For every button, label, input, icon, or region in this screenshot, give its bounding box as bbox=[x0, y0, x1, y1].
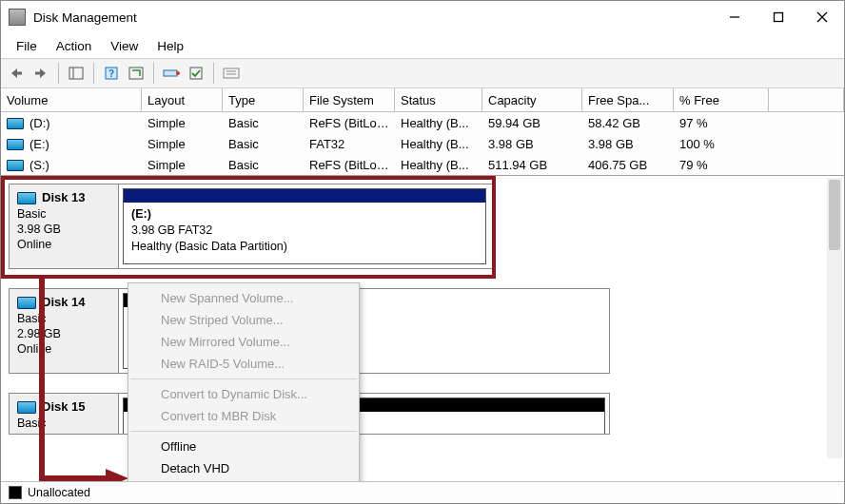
context-menu-item: Convert to Dynamic Disk... bbox=[128, 383, 359, 405]
volume-row[interactable]: (E:)SimpleBasicFAT32Healthy (B...3.98 GB… bbox=[1, 133, 844, 154]
context-menu-item: Convert to MBR Disk bbox=[128, 405, 359, 427]
disk-info-panel[interactable]: Disk 15Basic bbox=[10, 394, 119, 434]
svg-rect-16 bbox=[224, 68, 239, 78]
svg-rect-15 bbox=[190, 68, 202, 79]
disk-context-menu: New Spanned Volume...New Striped Volume.… bbox=[128, 282, 360, 481]
disk-graphic-area: Disk 13Basic3.98 GBOnline(E:)3.98 GB FAT… bbox=[1, 176, 844, 481]
window-title: Disk Management bbox=[33, 10, 137, 25]
legend-unallocated-label: Unallocated bbox=[28, 486, 90, 499]
menu-action[interactable]: Action bbox=[47, 36, 102, 56]
svg-rect-5 bbox=[17, 72, 22, 75]
svg-rect-8 bbox=[69, 68, 83, 79]
commit-button[interactable] bbox=[185, 62, 207, 85]
more-actions-button[interactable] bbox=[220, 62, 243, 85]
rescan-disks-button[interactable] bbox=[160, 62, 183, 85]
vertical-scrollbar[interactable] bbox=[827, 178, 842, 458]
forward-button[interactable] bbox=[29, 62, 52, 85]
svg-rect-12 bbox=[129, 68, 143, 79]
menu-help[interactable]: Help bbox=[147, 36, 193, 56]
col-status[interactable]: Status bbox=[395, 88, 482, 111]
context-menu-item[interactable]: Offline bbox=[128, 436, 359, 457]
menubar: File Action View Help bbox=[1, 33, 844, 58]
partition[interactable]: (E:)3.98 GB FAT32Healthy (Basic Data Par… bbox=[123, 188, 486, 264]
col-rest[interactable] bbox=[769, 88, 844, 111]
disk-block[interactable]: Disk 13Basic3.98 GBOnline(E:)3.98 GB FAT… bbox=[9, 184, 496, 269]
col-capacity[interactable]: Capacity bbox=[482, 88, 582, 111]
app-icon bbox=[9, 9, 26, 26]
svg-marker-6 bbox=[40, 68, 46, 78]
context-menu-item: New Striped Volume... bbox=[128, 309, 359, 331]
svg-rect-1 bbox=[775, 13, 783, 22]
maximize-button[interactable] bbox=[757, 1, 800, 33]
volume-row[interactable]: (D:)SimpleBasicReFS (BitLoc...Healthy (B… bbox=[1, 112, 844, 133]
volume-row[interactable]: (S:)SimpleBasicReFS (BitLoc...Healthy (B… bbox=[1, 154, 844, 175]
help-button[interactable]: ? bbox=[100, 62, 123, 85]
show-hide-tree-button[interactable] bbox=[65, 62, 88, 85]
volume-icon bbox=[7, 118, 24, 129]
col-pct[interactable]: % Free bbox=[674, 88, 769, 111]
menu-view[interactable]: View bbox=[101, 36, 147, 56]
svg-point-14 bbox=[176, 71, 180, 75]
disk-icon bbox=[17, 401, 36, 414]
col-type[interactable]: Type bbox=[223, 88, 304, 111]
close-button[interactable] bbox=[800, 1, 844, 33]
minimize-button[interactable] bbox=[713, 1, 757, 33]
context-menu-item: New RAID-5 Volume... bbox=[128, 353, 359, 375]
svg-rect-7 bbox=[35, 72, 40, 75]
highlight-arrow bbox=[106, 469, 128, 481]
disk-icon bbox=[17, 192, 36, 204]
col-free[interactable]: Free Spa... bbox=[582, 88, 674, 111]
svg-marker-4 bbox=[11, 68, 17, 78]
refresh-button[interactable] bbox=[125, 62, 147, 85]
legend-unallocated-icon bbox=[9, 486, 22, 499]
partition-stripe bbox=[124, 189, 485, 203]
context-menu-separator bbox=[130, 431, 357, 432]
context-menu-item[interactable]: Detach VHD bbox=[128, 457, 359, 479]
volume-icon bbox=[7, 139, 24, 150]
context-menu-separator bbox=[130, 378, 357, 379]
volume-table-header: Volume Layout Type File System Status Ca… bbox=[1, 88, 844, 112]
col-fs[interactable]: File System bbox=[304, 88, 395, 111]
highlight-line-h bbox=[39, 475, 106, 481]
volume-table: Volume Layout Type File System Status Ca… bbox=[1, 88, 844, 176]
back-button[interactable] bbox=[5, 62, 28, 85]
disk-icon bbox=[17, 297, 36, 309]
menu-file[interactable]: File bbox=[7, 36, 47, 56]
scrollbar-thumb[interactable] bbox=[829, 180, 840, 250]
partition-body: (E:)3.98 GB FAT32Healthy (Basic Data Par… bbox=[124, 203, 485, 263]
disk-partitions: (E:)3.98 GB FAT32Healthy (Basic Data Par… bbox=[119, 184, 495, 268]
context-menu-item: New Mirrored Volume... bbox=[128, 331, 359, 353]
svg-rect-13 bbox=[164, 70, 177, 76]
disk-info-panel[interactable]: Disk 14Basic2.98 GBOnline bbox=[10, 289, 119, 373]
col-volume[interactable]: Volume bbox=[1, 88, 142, 111]
disk-management-window: Disk Management File Action View Help ? bbox=[0, 0, 845, 504]
col-layout[interactable]: Layout bbox=[142, 88, 223, 111]
statusbar: Unallocated bbox=[1, 481, 844, 503]
toolbar: ? bbox=[1, 58, 844, 88]
context-menu-item: New Spanned Volume... bbox=[128, 287, 359, 309]
volume-icon bbox=[7, 160, 24, 171]
svg-text:?: ? bbox=[108, 68, 114, 79]
titlebar: Disk Management bbox=[1, 1, 844, 33]
disk-info-panel[interactable]: Disk 13Basic3.98 GBOnline bbox=[10, 184, 119, 268]
